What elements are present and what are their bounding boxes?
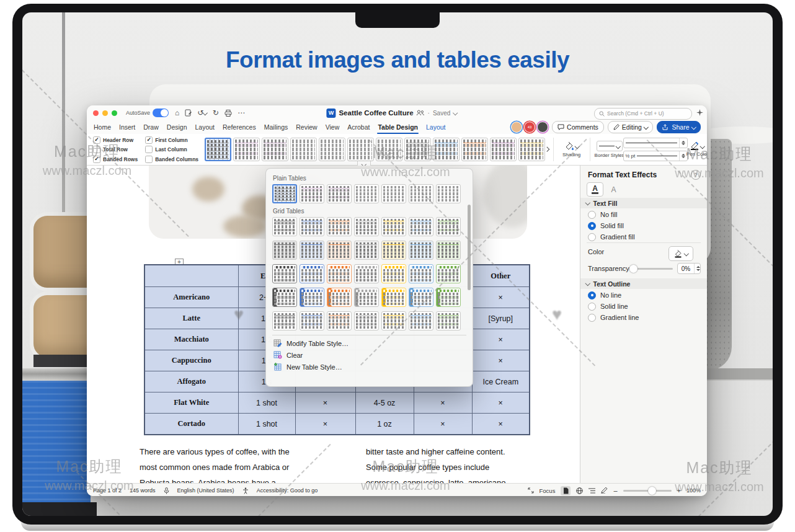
outline-view-button[interactable]	[588, 488, 595, 494]
table-row-name[interactable]: Cortado	[144, 414, 238, 435]
tab-layout[interactable]: Layout	[425, 122, 446, 133]
table-style-thumb[interactable]	[409, 217, 433, 236]
table-cell[interactable]: ×	[295, 414, 355, 435]
table-style-thumb[interactable]	[409, 288, 433, 307]
table-style-thumb[interactable]	[518, 138, 545, 161]
table-row-name[interactable]: Americano	[144, 287, 238, 308]
table-style-thumb[interactable]	[354, 241, 379, 260]
zoom-out-button[interactable]: –	[613, 487, 617, 494]
close-window-button[interactable]	[93, 110, 99, 116]
table-style-thumb[interactable]	[354, 288, 379, 307]
table-style-thumb[interactable]	[409, 241, 433, 260]
text-color-button[interactable]	[668, 246, 693, 261]
table-style-thumb[interactable]	[409, 311, 433, 330]
table-style-thumb[interactable]	[319, 138, 345, 161]
table-style-thumb[interactable]	[381, 241, 406, 260]
tab-draw[interactable]: Draw	[143, 122, 159, 133]
table-row-name[interactable]: Flat White	[144, 392, 238, 414]
zoom-slider[interactable]	[623, 490, 672, 492]
table-style-thumb[interactable]	[409, 184, 433, 203]
checkbox-total-row[interactable]: Total Row	[93, 146, 138, 153]
avatar[interactable]	[511, 122, 522, 133]
table-style-thumb[interactable]	[354, 264, 379, 283]
tab-table-design[interactable]: Table Design	[377, 122, 419, 133]
table-header-cell[interactable]	[144, 265, 238, 287]
tab-design[interactable]: Design	[166, 122, 188, 133]
table-row-name[interactable]: Latte	[144, 308, 238, 329]
table-style-thumb[interactable]	[272, 311, 297, 330]
zoom-window-button[interactable]	[112, 110, 117, 116]
table-style-thumb[interactable]	[409, 264, 433, 283]
table-style-thumb[interactable]	[272, 264, 297, 283]
table-style-thumb[interactable]	[205, 138, 231, 161]
table-style-thumb[interactable]	[436, 241, 461, 260]
chevron-down-icon[interactable]	[453, 110, 458, 115]
transparency-slider[interactable]	[629, 268, 673, 270]
table-style-thumb[interactable]	[354, 311, 379, 330]
table-style-thumb[interactable]	[381, 217, 406, 236]
sparkle-icon[interactable]	[696, 109, 703, 116]
table-style-thumb[interactable]	[327, 184, 352, 203]
table-cell[interactable]: ×	[414, 414, 472, 435]
tab-acrobat[interactable]: Acrobat	[347, 122, 370, 133]
home-icon[interactable]: ⌂	[175, 109, 179, 117]
table-cell[interactable]: [Syrup]	[472, 308, 530, 329]
help-icon[interactable]: ?	[691, 170, 701, 180]
table-style-thumb[interactable]	[354, 184, 379, 203]
share-button[interactable]: Share	[657, 121, 701, 133]
table-style-thumb[interactable]	[404, 138, 431, 161]
web-layout-view-button[interactable]	[576, 487, 583, 494]
more-commands-icon[interactable]: ⋯	[238, 109, 245, 117]
table-style-thumb[interactable]	[327, 264, 352, 283]
word-count[interactable]: 145 words	[130, 487, 156, 494]
undo-icon[interactable]: ↺	[197, 109, 207, 117]
tab-layout[interactable]: Layout	[194, 122, 215, 133]
table-style-thumb[interactable]	[436, 264, 461, 283]
table-style-thumb[interactable]	[262, 138, 288, 161]
search-input[interactable]: Search (Cmd + Ctrl + U)	[594, 108, 692, 120]
print-icon[interactable]	[224, 110, 232, 117]
table-style-thumb[interactable]	[272, 217, 297, 236]
tab-review[interactable]: Review	[295, 122, 318, 133]
checkbox-first-column[interactable]: ✓First Column	[145, 136, 198, 144]
tab-references[interactable]: References	[222, 122, 257, 133]
body-text-left-column[interactable]: There are various types of coffee, with …	[140, 444, 319, 483]
tab-mailings[interactable]: Mailings	[264, 122, 289, 133]
table-style-thumb[interactable]	[300, 264, 324, 283]
table-style-thumb[interactable]	[300, 184, 324, 203]
table-style-thumb[interactable]	[433, 138, 460, 161]
border-line-style-select[interactable]	[623, 138, 688, 148]
table-style-thumb[interactable]	[354, 217, 379, 236]
table-cell[interactable]: 1 shot	[238, 392, 295, 414]
border-styles-control[interactable]: Border Styles	[595, 141, 624, 158]
comments-button[interactable]: Comments	[552, 121, 604, 133]
minimize-window-button[interactable]	[102, 110, 108, 116]
zoom-in-button[interactable]: +	[677, 487, 681, 494]
redo-icon[interactable]: ↻	[213, 109, 219, 117]
option-no-line[interactable]: No line	[588, 291, 639, 299]
tab-home[interactable]: Home	[93, 122, 112, 133]
border-weight-select[interactable]: ½ pt	[623, 151, 688, 161]
table-cell[interactable]: ×	[295, 392, 355, 414]
gallery-more-button[interactable]	[545, 148, 549, 151]
table-style-thumb[interactable]	[436, 184, 461, 203]
zoom-level[interactable]: 100%	[686, 487, 701, 494]
table-cell[interactable]: ×	[472, 329, 530, 350]
tab-insert[interactable]: Insert	[118, 122, 136, 133]
table-style-thumb[interactable]	[272, 241, 297, 260]
tab-text-fill-effects[interactable]: A	[587, 182, 603, 197]
popover-scrollbar[interactable]	[468, 205, 471, 290]
page-indicator[interactable]: Page 1 of 2	[93, 487, 122, 494]
menu-item-new-table-style[interactable]: New Table Style…	[272, 361, 466, 373]
table-style-thumb[interactable]	[300, 311, 324, 330]
menu-item-modify-table-style[interactable]: Modify Table Style…	[272, 337, 466, 349]
table-style-thumb[interactable]	[381, 264, 406, 283]
option-gradient-line[interactable]: Gradient line	[588, 313, 639, 322]
table-style-thumb[interactable]	[327, 241, 352, 260]
table-style-thumb[interactable]	[327, 311, 352, 330]
table-style-thumb[interactable]	[381, 311, 406, 330]
transparency-value[interactable]: 0%	[677, 263, 701, 274]
option-solid-fill[interactable]: Solid fill	[588, 221, 635, 230]
save-as-icon[interactable]	[185, 109, 192, 117]
table-cell[interactable]: ×	[472, 350, 530, 371]
